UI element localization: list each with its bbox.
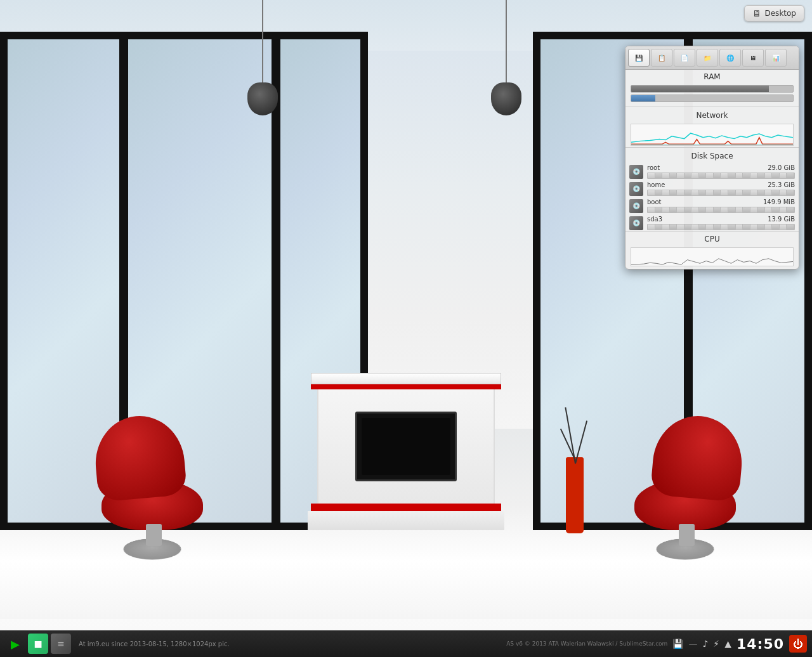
ram-bar-2 — [631, 94, 794, 102]
disk-boot-icon: 💿 — [629, 199, 643, 213]
disk-boot-info: boot 149.9 MiB — [647, 198, 795, 213]
systray-dash-icon: — — [688, 639, 697, 649]
systray: AS v6 © 2013 ATA Walerian Walawski / Sub… — [506, 641, 667, 647]
systray-copyright: AS v6 © 2013 ATA Walerian Walawski / Sub… — [506, 641, 667, 647]
tab-notes[interactable]: 📋 — [651, 49, 672, 67]
disk-sda3-info: sda3 13.9 GiB — [647, 216, 795, 230]
cpu-label: CPU — [625, 231, 799, 246]
systray-music-icon: ♪ — [702, 639, 708, 649]
chair-left — [89, 416, 216, 581]
disk-root-name: root — [647, 164, 660, 171]
disk-boot: 💿 boot 149.9 MiB — [625, 197, 799, 214]
taskbar-app-icon-green[interactable]: ■ — [28, 634, 48, 654]
ram-bars — [625, 84, 799, 105]
disk-home-info: home 25.3 GiB — [647, 181, 795, 196]
disk-sda3-size: 13.9 GiB — [768, 216, 795, 223]
desktop-button[interactable]: 🖥 Desktop — [744, 5, 805, 22]
taskbar-right: AS v6 © 2013 ATA Walerian Walawski / Sub… — [506, 635, 807, 653]
clock: 14:50 — [737, 636, 784, 652]
taskbar-arrow-icon[interactable]: ▶ — [5, 634, 25, 654]
disk-boot-bar — [647, 207, 795, 213]
pendant-light-left — [247, 0, 278, 115]
pendant-light-right — [491, 0, 521, 115]
taskbar: ▶ ■ ≡ At im9.eu since 2013-08-15, 1280×1… — [0, 630, 812, 657]
power-icon: ⏻ — [793, 638, 803, 650]
disk-root-icon: 💿 — [629, 165, 643, 179]
desktop-icon: 🖥 — [752, 8, 761, 18]
taskbar-status-text: At im9.eu since 2013-08-15, 1280×1024px … — [79, 641, 230, 647]
systray-hdd-icon: 💾 — [672, 639, 683, 649]
tab-chart[interactable]: 📊 — [765, 49, 787, 67]
disk-sda3-name: sda3 — [647, 216, 662, 223]
disk-home-size: 25.3 GiB — [768, 181, 795, 188]
disk-home-name: home — [647, 181, 665, 188]
tab-globe[interactable]: 🌐 — [719, 49, 741, 67]
chair-right — [622, 416, 749, 581]
taskbar-left: ▶ ■ ≡ At im9.eu since 2013-08-15, 1280×1… — [5, 634, 506, 654]
power-button[interactable]: ⏻ — [789, 635, 807, 653]
ram-bar-1 — [631, 85, 794, 93]
cpu-graph — [631, 247, 794, 266]
taskbar-app-icon-gray[interactable]: ≡ — [51, 634, 71, 654]
ram-label: RAM — [625, 70, 799, 84]
network-graph — [631, 124, 794, 146]
systray-arrow-up-icon: ▲ — [724, 639, 731, 649]
sysmon-tabs: 💾 📋 📄 📁 🌐 🖥 📊 — [625, 46, 799, 70]
tab-terminal[interactable]: 🖥 — [742, 49, 764, 67]
sysmon-widget: 💾 📋 📄 📁 🌐 🖥 📊 RAM Network — [625, 46, 799, 270]
disk-sda3-icon: 💿 — [629, 216, 643, 230]
systray-usb-icon: ⚡ — [713, 639, 719, 649]
disk-home-bar — [647, 190, 795, 196]
disk-root: 💿 root 29.0 GiB — [625, 163, 799, 180]
tab-folder[interactable]: 📁 — [697, 49, 718, 67]
disk-sda3-bar — [647, 224, 795, 230]
disk-home-icon: 💿 — [629, 182, 643, 196]
disk-root-size: 29.0 GiB — [768, 164, 795, 171]
desktop-button-label: Desktop — [765, 9, 797, 18]
disk-root-bar — [647, 172, 795, 179]
disk-boot-name: boot — [647, 198, 662, 205]
center-fireplace — [304, 373, 508, 530]
vase-decoration — [566, 457, 584, 533]
disk-sda3: 💿 sda3 13.9 GiB — [625, 214, 799, 231]
disk-space-label: Disk Space — [625, 149, 799, 163]
disk-root-info: root 29.0 GiB — [647, 164, 795, 179]
tab-hdd[interactable]: 💾 — [628, 49, 650, 67]
disk-home: 💿 home 25.3 GiB — [625, 180, 799, 197]
network-label: Network — [625, 108, 799, 122]
tab-page[interactable]: 📄 — [674, 49, 695, 67]
disk-boot-size: 149.9 MiB — [763, 198, 795, 205]
